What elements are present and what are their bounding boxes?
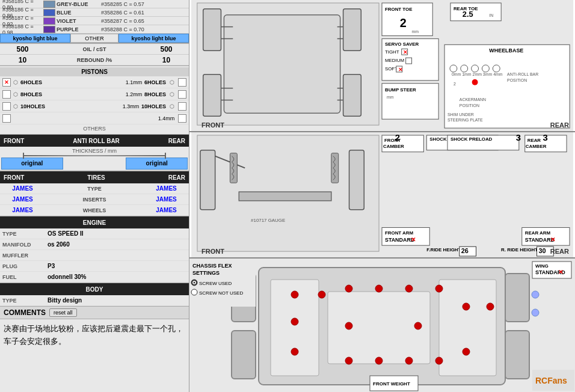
mid-front-label: FRONT <box>201 248 224 255</box>
rebound-rear-val[interactable]: 10 <box>144 56 189 64</box>
svg-text:3: 3 <box>516 133 521 142</box>
svg-text:TIGHT: TIGHT <box>385 49 399 55</box>
engine-manifold-val[interactable]: os 2060 <box>48 241 186 248</box>
svg-point-102 <box>487 303 494 310</box>
anti-roll-front-val[interactable]: original <box>1 158 63 170</box>
svg-rect-42 <box>343 75 361 116</box>
mid-rear-label: REAR <box>550 248 569 255</box>
svg-point-113 <box>435 357 443 364</box>
engine-section: ENGINE TYPE OS SPEED II MANIFOLD os 2060… <box>0 216 189 283</box>
top-front-label: FRONT <box>201 121 224 129</box>
svg-text:SCREW NOT USED: SCREW NOT USED <box>199 290 243 296</box>
tires-rear-inserts[interactable]: JAMES <box>144 196 189 203</box>
body-row-type: TYPE Bitty design <box>0 295 189 306</box>
engine-fuel-val[interactable]: odonnell 30% <box>48 274 186 280</box>
tires-title: TIRES <box>24 174 168 181</box>
tires-row-wheels: JAMES WHEELS JAMES <box>0 205 189 216</box>
anti-roll-rear-label: REAR <box>168 138 185 144</box>
engine-row-type: TYPE OS SPEED II <box>0 228 189 239</box>
engine-row-muffler: MUFFLER <box>0 250 189 261</box>
oil-table: 500 OIL / cST 500 10 REBOUND /% 10 <box>0 44 189 66</box>
piston-label-rear-2: 8HOLES <box>144 91 166 97</box>
kyosho-btn-right[interactable]: kyosho light blue <box>118 34 189 43</box>
piston-right-2: 8HOLES ⬡ <box>144 90 186 99</box>
tires-front-label: FRONT <box>4 174 24 181</box>
pistons-section: PISTONS ✕ ⬡ 6HOLES 1.1mm 6HOLES ⬡ ⬡ 8HOL… <box>0 66 189 135</box>
svg-text:SETTINGS: SETTINGS <box>192 270 220 276</box>
top-diagram-svg: FRONT TOE 2 mm REAR TOE 2.5 IN SERVO SAV… <box>189 0 575 131</box>
piston-right-3: 10HOLES ⬡ <box>141 102 186 111</box>
piston-check-front-3[interactable] <box>2 102 11 111</box>
bot-diagram: CHASSIS FLEX SETTINGS SCREW USED SCREW N… <box>189 259 575 392</box>
svg-text:FRONT ARM: FRONT ARM <box>385 230 414 236</box>
tires-rear-wheels[interactable]: JAMES <box>144 207 189 213</box>
rebound-front-val[interactable]: 10 <box>0 56 45 64</box>
svg-text:WING: WING <box>535 263 549 269</box>
comments-text[interactable]: 决赛由于场地比较粉，应该把后避震走最下一个孔，车子会安定很多。 <box>0 319 189 352</box>
piston-icon-rear-2: ⬡ <box>170 91 174 97</box>
svg-point-114 <box>463 348 470 355</box>
oil-front-val[interactable]: 500 <box>0 45 45 54</box>
kyosho-other: OTHER <box>70 34 118 43</box>
engine-plug-val[interactable]: P3 <box>48 263 186 269</box>
svg-point-111 <box>375 357 383 364</box>
svg-text:FRONT TOE: FRONT TOE <box>385 7 413 12</box>
tires-front-wheels[interactable]: JAMES <box>0 207 45 213</box>
svg-text:2: 2 <box>454 82 456 86</box>
svg-point-110 <box>345 357 352 364</box>
svg-text:2: 2 <box>395 133 400 142</box>
svg-text:✕: ✕ <box>411 236 416 243</box>
svg-text:✕: ✕ <box>550 236 555 243</box>
svg-text:3: 3 <box>543 133 547 142</box>
piston-check-rear-4[interactable] <box>178 114 186 123</box>
svg-point-31 <box>472 79 478 85</box>
piston-label-front-2: 8HOLES <box>20 91 123 97</box>
piston-check-front-4[interactable] <box>2 114 11 123</box>
color-name-purple: PURPLE <box>57 26 99 32</box>
svg-point-98 <box>405 285 413 292</box>
tires-wheels-label: WHEELS <box>45 207 144 213</box>
piston-size-1: 1.1mm <box>123 79 144 85</box>
svg-text:mm: mm <box>412 29 419 34</box>
svg-text:#10717 GAUGE: #10717 GAUGE <box>251 218 285 223</box>
oil-rear-val[interactable]: 500 <box>144 45 189 54</box>
piston-size-3: 1.3mm <box>120 103 141 109</box>
piston-check-rear-1[interactable] <box>178 78 186 87</box>
piston-check-rear-2[interactable] <box>178 90 186 99</box>
svg-text:POSITION: POSITION <box>460 103 479 108</box>
piston-check-rear-3[interactable] <box>178 102 186 111</box>
piston-row-4: 1.4mm <box>0 112 189 124</box>
body-type-val[interactable]: Bitty design <box>48 297 186 304</box>
piston-check-front-1[interactable]: ✕ <box>2 78 11 87</box>
svg-rect-68 <box>200 150 215 210</box>
body-type-key: TYPE <box>2 298 48 304</box>
kyosho-btn-left[interactable]: kyosho light blue <box>0 34 70 43</box>
tires-front-inserts[interactable]: JAMES <box>0 196 45 203</box>
tires-rear-type[interactable]: JAMES <box>144 185 189 192</box>
svg-rect-39 <box>203 9 221 51</box>
reset-all-button[interactable]: reset all <box>49 308 77 317</box>
anti-roll-front-label: FRONT <box>4 138 24 144</box>
piston-check-front-2[interactable] <box>2 90 11 99</box>
svg-text:SCREW USED: SCREW USED <box>199 281 232 286</box>
anti-roll-rear-val[interactable]: original <box>126 158 188 170</box>
svg-text:WHEELBASE: WHEELBASE <box>489 47 523 54</box>
piston-right-4 <box>177 114 186 123</box>
engine-header: ENGINE <box>0 216 189 228</box>
svg-text:BUMP STEER: BUMP STEER <box>385 87 416 93</box>
tires-row-type: JAMES TYPE JAMES <box>0 183 189 194</box>
mid-diagram-svg: FRONT CAMBER 2 SHOCK PRELOAD mm SHOCK PR… <box>189 132 575 257</box>
svg-point-108 <box>414 322 422 329</box>
engine-type-val[interactable]: OS SPEED II <box>48 230 186 237</box>
svg-point-112 <box>405 357 413 364</box>
svg-text:0mm 1mm 2mm 3mm 4mm: 0mm 1mm 2mm 3mm 4mm <box>452 72 503 76</box>
piston-icon-front-3: ⬡ <box>13 103 18 109</box>
svg-text:ANTI-ROLL BAR: ANTI-ROLL BAR <box>507 72 538 76</box>
anti-roll-section: FRONT ANTI ROLL BAR REAR THICKNESS / mm … <box>0 135 189 171</box>
tires-rear-label: REAR <box>168 174 185 181</box>
tires-front-type[interactable]: JAMES <box>0 185 45 192</box>
piston-right-1: 6HOLES ⬡ <box>144 78 186 87</box>
oil-label: OIL / cST <box>45 46 144 52</box>
svg-text:STEERING PLATE: STEERING PLATE <box>447 118 483 122</box>
tires-header: FRONT TIRES REAR <box>0 171 189 183</box>
